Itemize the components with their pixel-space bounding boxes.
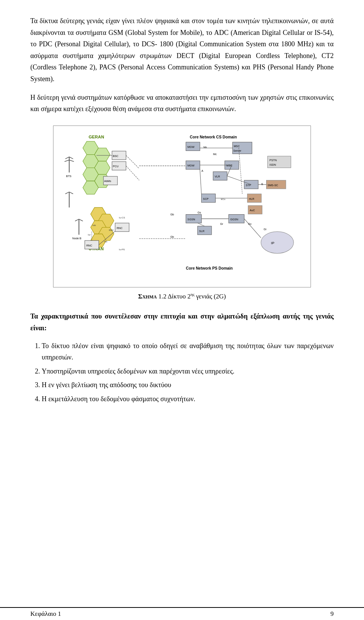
svg-text:HLR: HLR bbox=[249, 197, 254, 200]
main-paragraph: Τα δίκτυα δεύτερης γενιάς είχαν γίνει πλ… bbox=[30, 15, 334, 85]
footer: Κεφάλαιο 1 9 bbox=[0, 607, 364, 620]
svg-text:Gb: Gb bbox=[170, 213, 174, 216]
svg-text:E: E bbox=[261, 182, 263, 185]
svg-text:MSC: MSC bbox=[234, 145, 240, 148]
figure-num: 1.2 bbox=[158, 292, 166, 300]
page: Τα δίκτυα δεύτερης γενιάς είχαν γίνει πλ… bbox=[0, 0, 364, 620]
svg-text:RNC: RNC bbox=[86, 244, 93, 247]
list-item: Το δίκτυο πλέον είναι ψηφιακό το οποίο ο… bbox=[42, 340, 334, 363]
svg-text:SLR: SLR bbox=[199, 229, 204, 232]
svg-text:AbMs: AbMs bbox=[104, 180, 111, 183]
svg-text:RNC: RNC bbox=[109, 228, 114, 231]
svg-point-91 bbox=[261, 231, 293, 253]
svg-text:A: A bbox=[201, 170, 203, 173]
svg-text:MGW: MGW bbox=[187, 164, 195, 167]
svg-text:Gb: Gb bbox=[170, 235, 174, 239]
svg-text:SGSN: SGSN bbox=[187, 218, 195, 221]
svg-text:Node B: Node B bbox=[72, 237, 82, 240]
svg-text:VLR: VLR bbox=[215, 175, 220, 178]
svg-text:Iub: Iub bbox=[93, 224, 96, 226]
bold-heading: Τα χαρακτηριστικά που συνετέλεσαν στην ε… bbox=[30, 311, 334, 334]
network-diagram: GERAN BTS BSC bbox=[57, 130, 307, 281]
svg-text:Gs: Gs bbox=[198, 211, 201, 214]
svg-text:BSC: BSC bbox=[113, 155, 118, 158]
svg-text:SCP: SCP bbox=[203, 197, 209, 200]
svg-text:ISDN: ISDN bbox=[270, 163, 276, 166]
svg-text:AuC: AuC bbox=[249, 209, 255, 212]
list-item: Η εκμετάλλευση του δεδομένου φάσματος συ… bbox=[42, 393, 334, 405]
figure-caption-text: Δίκτυο 2 bbox=[168, 292, 191, 300]
svg-text:MGW: MGW bbox=[187, 146, 195, 149]
footer-right: 9 bbox=[331, 610, 334, 618]
svg-text:BTS: BTS bbox=[66, 175, 71, 178]
svg-text:D,C: D,C bbox=[221, 197, 226, 200]
svg-text:Mc: Mc bbox=[213, 152, 217, 155]
svg-text:Iux: Iux bbox=[104, 240, 107, 243]
figure-caption-rest: γενιάς (2G) bbox=[195, 292, 226, 300]
figure-caption: Σχημα 1.2 Δίκτυο 2ης γενιάς (2G) bbox=[30, 292, 334, 300]
svg-text:PSTN: PSTN bbox=[270, 159, 277, 162]
svg-text:Iu-CS: Iu-CS bbox=[119, 216, 125, 219]
list-item: Η εν γένει βελτίωση της απόδοσης του δικ… bbox=[42, 379, 334, 391]
footer-left: Κεφάλαιο 1 bbox=[30, 610, 61, 618]
svg-text:Core Network CS Domain: Core Network CS Domain bbox=[190, 135, 237, 139]
svg-text:PCU: PCU bbox=[113, 165, 118, 168]
svg-text:Gr: Gr bbox=[220, 223, 224, 226]
second-paragraph: Η δεύτερη γενιά συστημάτων κατόρθωσε να … bbox=[30, 92, 334, 115]
figure-container: GERAN BTS BSC bbox=[53, 126, 311, 287]
numbered-list: Το δίκτυο πλέον είναι ψηφιακό το οποίο ο… bbox=[42, 340, 334, 405]
list-item: Υποστηρίζονται υπηρεσίες δεδομένων και π… bbox=[42, 366, 334, 377]
schema-label: Σχημα bbox=[138, 292, 157, 300]
svg-text:Gi: Gi bbox=[264, 228, 267, 231]
svg-text:RNC: RNC bbox=[117, 226, 123, 229]
svg-text:Core Network PS Domain: Core Network PS Domain bbox=[186, 266, 233, 270]
svg-text:IP: IP bbox=[271, 241, 275, 245]
svg-text:Server: Server bbox=[233, 149, 242, 152]
svg-text:Nb: Nb bbox=[203, 146, 207, 149]
svg-text:SMS-SC: SMS-SC bbox=[268, 184, 278, 187]
svg-text:Iur: Iur bbox=[88, 233, 91, 236]
svg-text:GERAN: GERAN bbox=[89, 134, 104, 139]
figure-caption-sup: ης bbox=[191, 292, 195, 297]
svg-text:GGSN: GGSN bbox=[230, 218, 238, 221]
svg-text:Iu-PS: Iu-PS bbox=[119, 248, 125, 251]
